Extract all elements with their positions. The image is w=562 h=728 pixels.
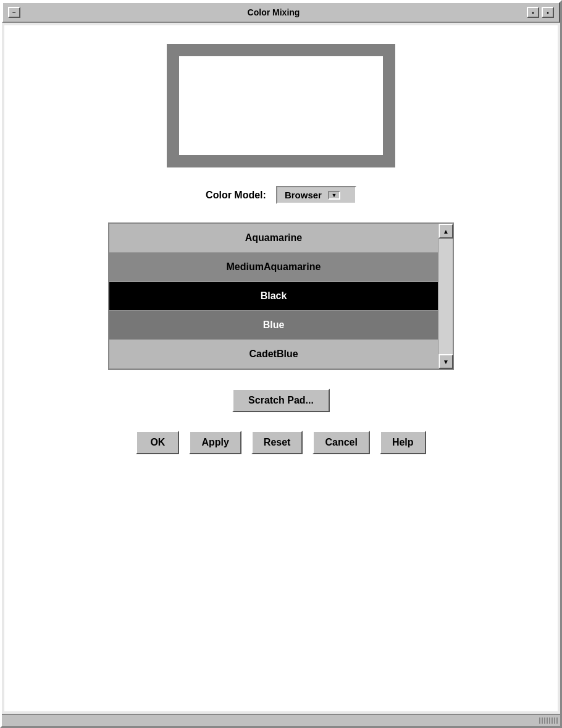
restore-button[interactable]: ▪ xyxy=(527,7,539,18)
color-list-container: Aquamarine MediumAquamarine Black Blue C… xyxy=(108,222,454,370)
list-item[interactable]: Aquamarine xyxy=(109,224,438,253)
help-button[interactable]: Help xyxy=(380,431,426,454)
scrollbar: ▲ ▼ xyxy=(438,224,453,369)
window-title: Color Mixing xyxy=(20,7,527,17)
color-model-dropdown[interactable]: Browser ▼ xyxy=(276,186,356,204)
list-item[interactable]: CadetBlue xyxy=(109,340,438,369)
color-model-value: Browser xyxy=(285,190,322,200)
title-bar: − Color Mixing ▪ ▪ xyxy=(2,2,560,23)
color-preview-area xyxy=(179,56,383,155)
apply-button[interactable]: Apply xyxy=(189,431,241,454)
close-button[interactable]: ▪ xyxy=(542,7,554,18)
color-model-label: Color Model: xyxy=(206,190,266,201)
scroll-down-button[interactable]: ▼ xyxy=(438,354,453,369)
list-item[interactable]: Black xyxy=(109,282,438,311)
list-item[interactable]: Blue xyxy=(109,311,438,340)
reset-button[interactable]: Reset xyxy=(251,431,303,454)
main-window: − Color Mixing ▪ ▪ Color Model: Browser … xyxy=(0,0,562,728)
list-item[interactable]: MediumAquamarine xyxy=(109,253,438,282)
resize-grip[interactable] xyxy=(539,717,558,724)
bottom-buttons: OK Apply Reset Cancel Help xyxy=(136,431,426,454)
window-footer xyxy=(2,714,560,726)
ok-button[interactable]: OK xyxy=(136,431,179,454)
cancel-button[interactable]: Cancel xyxy=(312,431,369,454)
window-content: Color Model: Browser ▼ Aquamarine Medium… xyxy=(4,25,558,711)
scroll-track xyxy=(438,239,453,354)
color-preview-frame xyxy=(167,44,395,167)
color-list: Aquamarine MediumAquamarine Black Blue C… xyxy=(109,224,438,369)
color-model-row: Color Model: Browser ▼ xyxy=(206,186,356,204)
scroll-up-button[interactable]: ▲ xyxy=(438,224,453,239)
dropdown-arrow-icon[interactable]: ▼ xyxy=(328,191,340,200)
scratch-pad-button[interactable]: Scratch Pad... xyxy=(232,389,330,412)
minimize-button[interactable]: − xyxy=(8,7,20,18)
